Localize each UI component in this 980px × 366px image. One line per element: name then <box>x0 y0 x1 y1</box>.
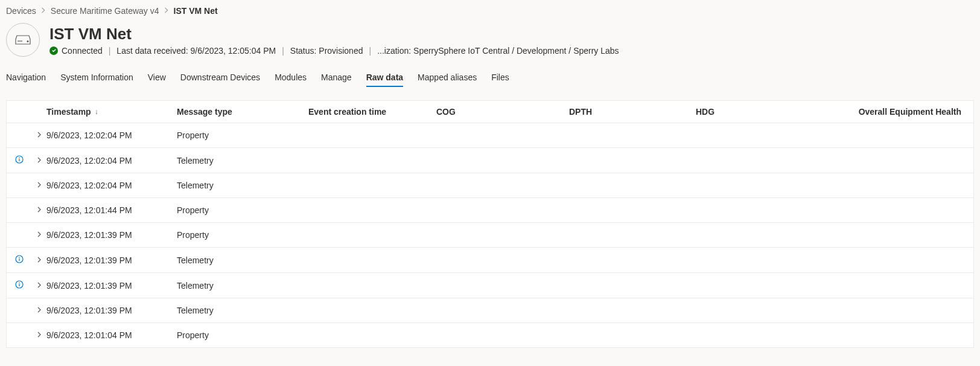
tab-bar: Navigation System Information View Downs… <box>0 62 980 87</box>
table-row[interactable]: 9/6/2023, 12:01:39 PMTelemetry <box>7 273 973 298</box>
breadcrumb-link-devices[interactable]: Devices <box>6 6 36 16</box>
separator: | <box>279 46 287 56</box>
separator: | <box>106 46 113 56</box>
cell-message-type: Property <box>177 330 308 340</box>
chevron-right-icon[interactable] <box>36 156 43 165</box>
breadcrumb-link-gateway[interactable]: Secure Maritime Gateway v4 <box>51 6 159 16</box>
column-header-timestamp[interactable]: Timestamp ↓ <box>46 107 177 117</box>
tab-downstream-devices[interactable]: Downstream Devices <box>180 69 260 87</box>
chevron-right-icon[interactable] <box>36 255 43 265</box>
cell-message-type: Telemetry <box>177 306 308 315</box>
separator: | <box>366 46 374 56</box>
page-header: IST VM Net Connected | Last data receive… <box>0 18 980 62</box>
chevron-right-icon[interactable] <box>36 130 43 140</box>
status-connected: Connected <box>62 46 103 56</box>
chevron-right-icon <box>164 7 169 14</box>
table-row[interactable]: 9/6/2023, 12:01:39 PMTelemetry <box>7 298 973 323</box>
tab-manage[interactable]: Manage <box>321 69 352 87</box>
cell-timestamp: 9/6/2023, 12:01:39 PM <box>46 281 177 291</box>
chevron-right-icon <box>41 7 46 14</box>
cell-message-type: Property <box>177 230 308 240</box>
svg-point-1 <box>27 41 28 42</box>
chevron-right-icon[interactable] <box>36 330 43 340</box>
status-last-data: Last data received: 9/6/2023, 12:05:04 P… <box>116 46 276 56</box>
svg-point-6 <box>19 257 20 258</box>
breadcrumb-current: IST VM Net <box>174 6 218 16</box>
cell-message-type: Telemetry <box>177 281 308 291</box>
cell-message-type: Telemetry <box>177 255 308 265</box>
tab-navigation[interactable]: Navigation <box>6 69 46 87</box>
column-header-dpth[interactable]: DPTH <box>569 107 696 117</box>
cell-timestamp: 9/6/2023, 12:02:04 PM <box>46 130 177 140</box>
status-organization: ...ization: SperrySphere IoT Central / D… <box>377 46 619 56</box>
breadcrumb: Devices Secure Maritime Gateway v4 IST V… <box>0 0 980 18</box>
cell-timestamp: 9/6/2023, 12:01:39 PM <box>46 255 177 265</box>
status-line: Connected | Last data received: 9/6/2023… <box>49 46 619 56</box>
tab-view[interactable]: View <box>148 69 166 87</box>
chevron-right-icon[interactable] <box>36 181 43 190</box>
tab-mapped-aliases[interactable]: Mapped aliases <box>418 69 477 87</box>
table-row[interactable]: 9/6/2023, 12:01:04 PMProperty <box>7 323 973 347</box>
table-row[interactable]: 9/6/2023, 12:01:44 PMProperty <box>7 198 973 223</box>
chevron-right-icon[interactable] <box>36 281 43 291</box>
cell-message-type: Property <box>177 205 308 215</box>
chevron-right-icon[interactable] <box>36 230 43 240</box>
svg-point-3 <box>19 157 20 158</box>
device-icon <box>6 23 40 57</box>
info-icon[interactable] <box>15 280 24 291</box>
cell-message-type: Telemetry <box>177 156 308 165</box>
table-header-row: Timestamp ↓ Message type Event creation … <box>7 101 973 123</box>
chevron-right-icon[interactable] <box>36 306 43 315</box>
status-provisioned: Status: Provisioned <box>290 46 363 56</box>
cell-timestamp: 9/6/2023, 12:01:04 PM <box>46 330 177 340</box>
column-header-hdg[interactable]: HDG <box>696 107 829 117</box>
table-row[interactable]: 9/6/2023, 12:01:39 PMProperty <box>7 223 973 248</box>
cell-timestamp: 9/6/2023, 12:02:04 PM <box>46 181 177 190</box>
arrow-down-icon: ↓ <box>95 108 98 116</box>
column-header-event-creation-time[interactable]: Event creation time <box>308 107 436 117</box>
tab-raw-data[interactable]: Raw data <box>366 69 403 87</box>
info-icon[interactable] <box>15 155 24 165</box>
column-header-message-type[interactable]: Message type <box>177 107 308 117</box>
column-header-cog[interactable]: COG <box>436 107 569 117</box>
info-icon[interactable] <box>15 255 24 265</box>
tab-system-information[interactable]: System Information <box>60 69 133 87</box>
svg-point-9 <box>19 282 20 283</box>
check-circle-icon <box>49 47 58 55</box>
cell-timestamp: 9/6/2023, 12:01:39 PM <box>46 306 177 315</box>
tab-files[interactable]: Files <box>491 69 509 87</box>
column-header-overall-health[interactable]: Overall Equipment Health <box>829 107 973 117</box>
cell-message-type: Property <box>177 130 308 140</box>
table-row[interactable]: 9/6/2023, 12:02:04 PMProperty <box>7 123 973 148</box>
table-row[interactable]: 9/6/2023, 12:02:04 PMTelemetry <box>7 173 973 198</box>
table-row[interactable]: 9/6/2023, 12:02:04 PMTelemetry <box>7 148 973 173</box>
chevron-right-icon[interactable] <box>36 205 43 215</box>
tab-modules[interactable]: Modules <box>275 69 307 87</box>
cell-timestamp: 9/6/2023, 12:01:39 PM <box>46 230 177 240</box>
cell-timestamp: 9/6/2023, 12:01:44 PM <box>46 205 177 215</box>
table-row[interactable]: 9/6/2023, 12:01:39 PMTelemetry <box>7 248 973 273</box>
cell-message-type: Telemetry <box>177 181 308 190</box>
cell-timestamp: 9/6/2023, 12:02:04 PM <box>46 156 177 165</box>
page-title: IST VM Net <box>49 25 619 43</box>
raw-data-table: Timestamp ↓ Message type Event creation … <box>6 100 974 348</box>
